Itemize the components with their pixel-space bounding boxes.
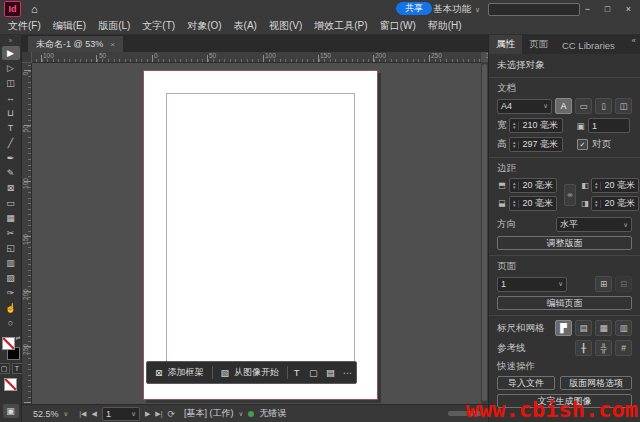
- direct-selection-tool[interactable]: ▷: [2, 61, 20, 75]
- document-tab[interactable]: 未命名-1 @ 53% ×: [28, 36, 123, 52]
- minimize-button[interactable]: −: [578, 0, 597, 17]
- frame-grid-icon[interactable]: ▛: [555, 320, 572, 336]
- menu-item[interactable]: 对象(O): [181, 19, 227, 33]
- vertical-scrollbar-thumb[interactable]: [482, 64, 487, 401]
- height-field[interactable]: ▲▼ 297 毫米: [509, 137, 563, 152]
- menu-item[interactable]: 版面(L): [92, 19, 136, 33]
- maximize-button[interactable]: □: [598, 0, 617, 17]
- add-page-button[interactable]: ▢: [305, 367, 322, 378]
- tab-properties[interactable]: 属性: [489, 35, 522, 54]
- collapse-panel-icon[interactable]: «: [632, 36, 636, 45]
- stepper-arrows-icon[interactable]: ▲▼: [592, 182, 601, 190]
- swap-fill-stroke-icon[interactable]: ⇄: [15, 334, 20, 341]
- toolbar-collapse-icon[interactable]: »: [9, 35, 13, 46]
- import-file-button[interactable]: 导入文件: [497, 376, 555, 390]
- preflight-profile[interactable]: [基本] (工作): [184, 407, 234, 420]
- orientation-landscape-icon[interactable]: ▭: [575, 98, 592, 114]
- last-page-icon[interactable]: ▶|: [155, 410, 162, 418]
- zoom-tool[interactable]: ○: [2, 316, 20, 330]
- add-frame-button[interactable]: ⊠ 添加框架: [147, 366, 212, 379]
- hand-tool[interactable]: ☝: [2, 301, 20, 315]
- menu-item[interactable]: 文字(T): [136, 19, 181, 33]
- menu-item[interactable]: 帮助(H): [422, 19, 468, 33]
- margin-field[interactable]: ▲▼20 毫米: [591, 178, 639, 193]
- screen-mode-icon[interactable]: ▣: [3, 404, 19, 418]
- edit-pages-button[interactable]: 编辑页面: [497, 296, 632, 310]
- document-page[interactable]: [143, 70, 378, 400]
- smart-guides-icon[interactable]: ╂: [575, 340, 592, 356]
- margin-link-icon[interactable]: ∞: [564, 184, 576, 206]
- orientation-portrait-icon[interactable]: A: [555, 98, 572, 114]
- stepper-arrows-icon[interactable]: ▲▼: [510, 182, 519, 190]
- menu-item[interactable]: 视图(V): [263, 19, 308, 33]
- tab-pages[interactable]: 页面: [522, 35, 555, 54]
- lock-guides-icon[interactable]: #: [615, 340, 632, 356]
- apply-none-swatch[interactable]: [4, 378, 17, 391]
- gradient-feather-tool[interactable]: ▨: [2, 271, 20, 285]
- document-canvas[interactable]: 10050050100150200250300 050100150200250 …: [22, 52, 488, 404]
- facing-pages-checkbox[interactable]: ✓: [577, 139, 588, 150]
- gap-tool[interactable]: ↔: [2, 91, 20, 105]
- chevron-down-icon[interactable]: ∨: [239, 410, 244, 418]
- menu-item[interactable]: 增效工具(P): [308, 19, 373, 33]
- share-button[interactable]: 共享: [396, 2, 432, 15]
- guides-icon[interactable]: ╬: [595, 340, 612, 356]
- start-from-image-button[interactable]: ▧ 从图像开始: [213, 366, 288, 379]
- search-input[interactable]: [488, 3, 580, 16]
- layout-grid-options-button[interactable]: 版面网格选项: [560, 376, 632, 390]
- previous-page-icon[interactable]: ◀: [92, 410, 97, 418]
- grid-tool[interactable]: ▦: [2, 211, 20, 225]
- close-icon[interactable]: ×: [110, 40, 115, 49]
- menu-item[interactable]: 窗口(W): [374, 19, 422, 33]
- tab-cc-libraries[interactable]: CC Libraries: [555, 37, 622, 54]
- rectangle-frame-tool[interactable]: ⊠: [2, 181, 20, 195]
- menu-item[interactable]: 文件(F): [2, 19, 47, 33]
- line-tool[interactable]: ╱: [2, 136, 20, 150]
- first-page-icon[interactable]: |◀: [79, 410, 86, 418]
- fill-swatch[interactable]: [2, 337, 15, 350]
- direction-select[interactable]: 水平 ∨: [556, 217, 632, 232]
- adjust-layout-button[interactable]: 调整版面: [497, 236, 632, 250]
- next-page-icon[interactable]: ▶: [145, 410, 150, 418]
- page-number-field[interactable]: 1 ∨: [102, 407, 140, 421]
- chevron-down-icon[interactable]: ∨: [64, 410, 69, 418]
- binding-right-icon[interactable]: ◫: [615, 98, 632, 114]
- gradient-swatch-tool[interactable]: ▥: [2, 256, 20, 270]
- document-grid-icon[interactable]: ▦: [595, 320, 612, 336]
- stepper-arrows-icon[interactable]: ▲▼: [510, 122, 519, 130]
- stepper-arrows-icon[interactable]: ▲▼: [510, 141, 519, 149]
- menu-item[interactable]: 表(A): [228, 19, 263, 33]
- pen-tool[interactable]: ✒: [2, 151, 20, 165]
- pages-count-field[interactable]: 1: [588, 118, 630, 133]
- content-collector-tool[interactable]: ⊔: [2, 106, 20, 120]
- margin-field[interactable]: ▲▼20 毫米: [509, 178, 557, 193]
- home-icon[interactable]: ⌂: [31, 3, 38, 15]
- fill-stroke-swatches[interactable]: ⇄: [1, 335, 21, 361]
- selection-tool[interactable]: ▶: [2, 46, 20, 60]
- page-size-select[interactable]: A4 ∨: [497, 99, 552, 114]
- baseline-grid-icon[interactable]: ▤: [575, 320, 592, 336]
- scissors-tool[interactable]: ✂: [2, 226, 20, 240]
- templates-button[interactable]: ▤: [322, 367, 339, 378]
- format-container-icon[interactable]: ▢: [0, 363, 10, 374]
- page-tool[interactable]: ◫: [2, 76, 20, 90]
- type-tool[interactable]: T: [2, 121, 20, 135]
- format-text-icon[interactable]: T: [12, 363, 23, 374]
- more-options-icon[interactable]: ⋯: [339, 367, 356, 378]
- stepper-arrows-icon[interactable]: ▲▼: [592, 200, 601, 208]
- close-button[interactable]: ×: [619, 0, 638, 17]
- page-number-select[interactable]: 1 ∨: [497, 277, 567, 292]
- add-page-icon[interactable]: ⊞: [595, 276, 612, 292]
- width-field[interactable]: ▲▼ 210 毫米: [509, 118, 563, 133]
- zoom-level[interactable]: 52.5%: [33, 409, 59, 419]
- refresh-icon[interactable]: ⟳: [167, 409, 175, 419]
- layout-grid-icon[interactable]: ▥: [615, 320, 632, 336]
- pasteboard[interactable]: [31, 62, 488, 404]
- eyedropper-tool[interactable]: ✑: [2, 286, 20, 300]
- stepper-arrows-icon[interactable]: ▲▼: [510, 200, 519, 208]
- workspace-switcher[interactable]: 基本功能 ∨: [433, 3, 480, 16]
- vertical-scrollbar[interactable]: [481, 62, 488, 404]
- menu-item[interactable]: 编辑(E): [47, 19, 92, 33]
- margin-field[interactable]: ▲▼20 毫米: [591, 196, 639, 211]
- free-transform-tool[interactable]: ◱: [2, 241, 20, 255]
